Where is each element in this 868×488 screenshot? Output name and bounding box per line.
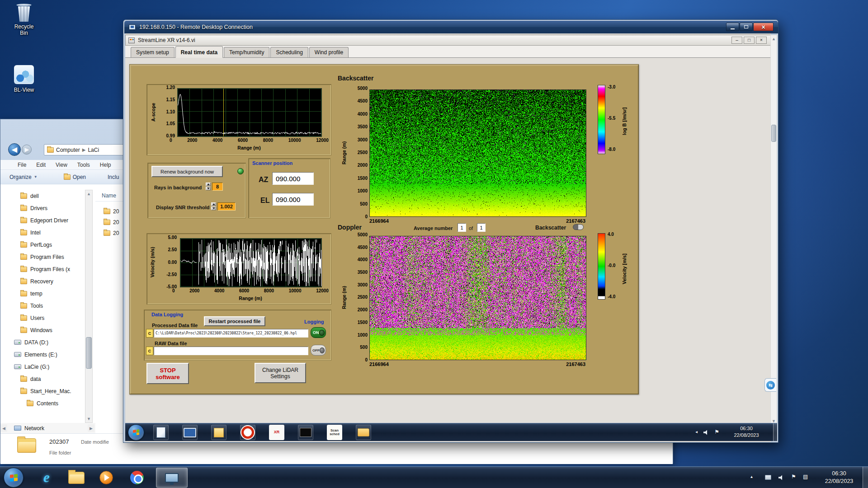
minimize-button[interactable]	[726, 23, 739, 31]
el-value-field[interactable]: 090.000	[272, 193, 314, 206]
raw-drive-button[interactable]: C	[146, 347, 153, 355]
tree-item-users[interactable]: Users	[0, 312, 85, 324]
change-lidar-settings-button[interactable]: Change LiDAR Settings	[255, 363, 306, 383]
renew-background-button[interactable]: Renew background now	[151, 166, 223, 177]
tray-keyboard-icon[interactable]: ▧	[803, 474, 808, 480]
tree-item-data[interactable]: data	[0, 373, 85, 385]
clock[interactable]: 06:30 22/08/2023	[817, 470, 861, 485]
processed-logging-toggle[interactable]: ON	[311, 327, 326, 338]
breadcrumb-current[interactable]: LaCi	[88, 147, 99, 153]
backscatter-toggle-switch[interactable]	[573, 224, 584, 230]
menu-tools[interactable]: Tools	[77, 162, 90, 168]
remote-clock[interactable]: 06:30 22/08/2023	[727, 425, 765, 439]
spin-up-icon[interactable]	[206, 183, 211, 186]
spin-down-icon[interactable]	[206, 187, 211, 190]
tree-item-drivers[interactable]: Drivers	[0, 202, 85, 214]
rays-spinner[interactable]	[206, 183, 211, 190]
labview-minimize-button[interactable]: –	[731, 37, 742, 44]
remote-taskbar-app-window-icon[interactable]: XR	[269, 425, 284, 440]
taskbar-rdp-active-icon[interactable]	[156, 468, 188, 488]
raw-logging-toggle[interactable]: OFF	[311, 345, 326, 356]
teamviewer-tab[interactable]: ⇆	[764, 378, 776, 392]
remote-show-desktop-button[interactable]	[773, 423, 777, 441]
tab-temp-humidity[interactable]: Temp/humidity	[224, 47, 269, 57]
remote-volume-icon[interactable]	[703, 430, 709, 435]
close-button[interactable]: ×	[753, 23, 774, 31]
processed-path-field[interactable]: C:\LiDAR\Data\Proc\2023\202308\20230822\…	[154, 329, 308, 338]
raw-path-field[interactable]	[154, 347, 308, 355]
tray-network-icon[interactable]	[765, 475, 771, 480]
snr-value-field[interactable]: 1.002	[217, 202, 236, 211]
tree-item-perflogs[interactable]: PerfLogs	[0, 239, 85, 251]
organize-button[interactable]: Organize ▼	[9, 174, 38, 180]
tree-item-edgeport-driver[interactable]: Edgeport Driver	[0, 214, 85, 226]
remote-taskbar-app-console-icon[interactable]	[298, 425, 313, 440]
remote-taskbar-app-screen-icon[interactable]	[182, 425, 198, 440]
labview-titlebar[interactable]: StreamLine XR v14-6.vi – □ ×	[125, 35, 771, 46]
rdp-titlebar[interactable]: 192.168.0.150 - Remote Desktop Connectio…	[124, 21, 778, 33]
tree-item-network[interactable]: Network	[14, 422, 44, 434]
az-value-field[interactable]: 090.000	[272, 172, 314, 185]
tree-item-data-d-[interactable]: DATA (D:)	[0, 336, 85, 348]
taskbar-media-player-icon[interactable]	[97, 469, 116, 487]
spin-up-icon[interactable]	[211, 202, 216, 206]
rdp-scrollbar[interactable]: ▲ ▼	[770, 35, 777, 424]
tree-item-temp[interactable]: temp	[0, 287, 85, 300]
labview-close-button[interactable]: ×	[756, 37, 767, 44]
average-total-field[interactable]: 1	[477, 223, 486, 232]
tree-item-tools[interactable]: Tools	[0, 300, 85, 312]
back-button[interactable]: ◀	[8, 143, 21, 156]
tray-volume-icon[interactable]	[778, 475, 784, 480]
average-number-field[interactable]: 1	[458, 223, 466, 232]
menu-view[interactable]: View	[56, 162, 67, 168]
remote-taskbar-app-power-icon[interactable]	[240, 425, 255, 440]
include-button[interactable]: Inclu	[108, 174, 119, 180]
remote-taskbar-app-folder-icon[interactable]	[356, 425, 371, 440]
tray-flag-icon[interactable]: ⚑	[791, 474, 796, 480]
restart-processed-button[interactable]: Restart processed file	[204, 316, 265, 326]
rdp-scroll-up-icon[interactable]: ▲	[771, 35, 777, 42]
show-desktop-button[interactable]	[863, 467, 868, 488]
stop-software-button[interactable]: STOP software	[146, 363, 189, 384]
open-button[interactable]: Open	[64, 174, 86, 180]
tree-item-windows[interactable]: Windows	[0, 324, 85, 336]
tree-scrollbar[interactable]: ▲ ▼	[85, 190, 93, 423]
blview-shortcut[interactable]: BL-View	[10, 65, 38, 93]
remote-flag-icon[interactable]: ⚑	[714, 429, 719, 435]
menu-help[interactable]: Help	[100, 162, 111, 168]
scrollbar-thumb[interactable]	[86, 337, 92, 369]
spin-down-icon[interactable]	[211, 206, 216, 210]
remote-tray-expand-icon[interactable]: ◂	[695, 429, 698, 434]
scroll-right-icon[interactable]: ▶	[88, 424, 94, 432]
menu-file[interactable]: File	[18, 162, 26, 168]
tab-system-setup[interactable]: System setup	[131, 47, 175, 57]
rdp-scrollbar-thumb[interactable]	[771, 125, 776, 142]
tree-item-start-here-mac-[interactable]: Start_Here_Mac.	[0, 385, 85, 397]
taskbar-chrome-icon[interactable]	[127, 469, 146, 487]
tab-real-time-data[interactable]: Real time data	[175, 46, 223, 58]
tree-item-dell[interactable]: dell	[0, 190, 85, 202]
remote-taskbar-app-doc-icon[interactable]	[153, 425, 169, 440]
scroll-left-icon[interactable]: ◀	[0, 424, 7, 432]
tree-item-program-files-x[interactable]: Program Files (x	[0, 263, 85, 275]
menu-edit[interactable]: Edit	[36, 162, 46, 168]
taskbar-explorer-icon[interactable]	[67, 469, 86, 487]
start-button[interactable]	[4, 468, 24, 488]
tree-item-intel[interactable]: Intel	[0, 226, 85, 239]
scroll-up-icon[interactable]: ▲	[85, 190, 92, 197]
scroll-down-icon[interactable]: ▼	[85, 415, 92, 422]
tree-item-elements-e-[interactable]: Elements (E:)	[0, 348, 85, 361]
snr-spinner[interactable]	[211, 202, 216, 210]
rays-value-field[interactable]: 8	[212, 183, 223, 191]
taskbar-ie-icon[interactable]: e	[37, 469, 56, 487]
remote-taskbar-app-note-icon[interactable]	[211, 425, 226, 440]
remote-taskbar-app-scan-icon[interactable]: Scan sched	[327, 425, 342, 440]
tray-expand-icon[interactable]: ▴	[750, 474, 753, 479]
tree-item-lacie-g-[interactable]: LaCie (G:)	[0, 361, 85, 373]
recycle-bin-shortcut[interactable]: Recycle Bin	[10, 4, 38, 36]
tree-item-contents[interactable]: Contents	[0, 397, 85, 409]
tab-scheduling[interactable]: Scheduling	[270, 47, 308, 57]
tree-item-program-files[interactable]: Program Files	[0, 251, 85, 263]
processed-drive-button[interactable]: C	[146, 329, 153, 338]
remote-start-button[interactable]	[128, 424, 144, 441]
